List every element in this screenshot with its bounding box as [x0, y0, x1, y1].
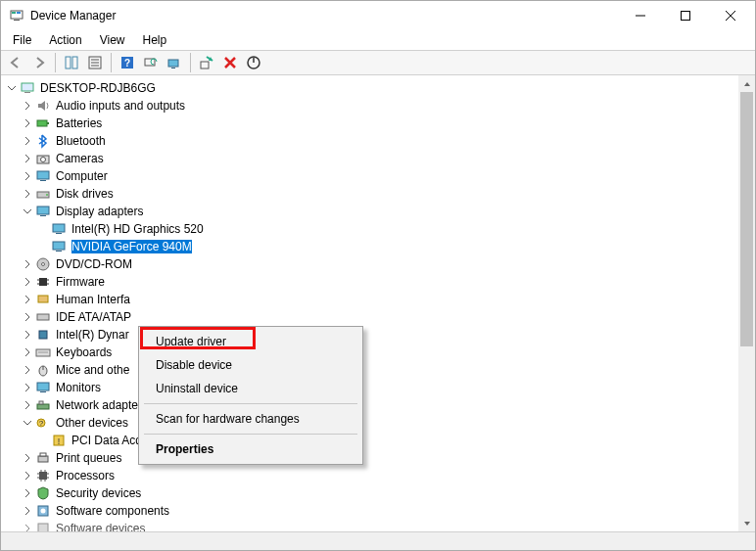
scroll-down-button[interactable]	[738, 515, 755, 531]
ctx-uninstall-device[interactable]: Uninstall device	[142, 377, 359, 400]
expand-icon[interactable]	[21, 257, 34, 271]
tree-item-audio[interactable]: Audio inputs and outputs	[1, 97, 755, 115]
tree-item-diskdrives[interactable]: Disk drives	[1, 185, 755, 203]
tree-item-swcomponents[interactable]: Software components	[1, 502, 755, 520]
svg-rect-5	[682, 12, 690, 21]
properties-icon[interactable]	[84, 52, 106, 73]
tree-item-hid[interactable]: Human Interfa	[1, 291, 755, 308]
tree-item-firmware[interactable]: Firmware	[1, 273, 755, 291]
tree-label: Monitors	[56, 381, 101, 394]
dvd-icon	[34, 256, 52, 272]
forward-button[interactable]	[28, 52, 50, 73]
tree-item-ide[interactable]: IDE ATA/ATAP	[1, 308, 755, 326]
collapse-icon[interactable]	[21, 416, 34, 430]
svg-rect-51	[37, 383, 49, 390]
ctx-update-driver[interactable]: Update driver	[142, 330, 359, 353]
scroll-up-button[interactable]	[738, 75, 755, 92]
tree-item-network[interactable]: Network adapters	[1, 396, 755, 414]
expand-icon[interactable]	[21, 345, 34, 359]
menu-view[interactable]: View	[92, 31, 133, 49]
ctx-separator	[144, 403, 357, 404]
expand-icon[interactable]	[21, 99, 34, 113]
expand-icon[interactable]	[21, 451, 34, 465]
tree-label: Cameras	[56, 152, 104, 165]
tree-item-intel-dynamic[interactable]: Intel(R) Dynar	[1, 326, 755, 344]
expand-icon[interactable]	[21, 134, 34, 148]
expand-icon[interactable]	[21, 504, 34, 518]
network-icon	[34, 397, 52, 413]
tree-item-pci-controller[interactable]: !PCI Data Acquisition and Signal Process…	[1, 432, 755, 449]
back-button[interactable]	[5, 52, 26, 73]
other-devices-icon: ?	[34, 415, 52, 431]
expand-icon[interactable]	[21, 275, 34, 289]
tree-item-swdevices[interactable]: Software devices	[1, 520, 755, 531]
expand-icon[interactable]	[21, 293, 34, 306]
tree-item-nvidia-geforce[interactable]: NVIDIA GeForce 940M	[1, 238, 755, 255]
expand-icon[interactable]	[21, 310, 34, 324]
expand-icon[interactable]	[21, 152, 34, 165]
tree-item-printqueues[interactable]: Print queues	[1, 449, 755, 467]
device-tree[interactable]: DESKTOP-RDJB6GG Audio inputs and outputs…	[1, 75, 755, 531]
svg-rect-1	[14, 20, 20, 21]
minimize-button[interactable]	[618, 1, 663, 30]
svg-rect-9	[72, 57, 77, 69]
tree-label: Intel(R) HD Graphics 520	[71, 222, 204, 236]
svg-rect-72	[38, 524, 48, 531]
close-button[interactable]	[708, 1, 753, 30]
tree-item-mice[interactable]: Mice and othe	[1, 361, 755, 379]
expand-icon[interactable]	[21, 169, 34, 183]
expand-icon[interactable]	[21, 398, 34, 412]
tree-item-bluetooth[interactable]: Bluetooth	[1, 132, 755, 150]
app-icon	[9, 8, 24, 23]
tree-root[interactable]: DESKTOP-RDJB6GG	[1, 79, 755, 97]
uninstall-device-icon[interactable]	[196, 52, 217, 73]
display-adapter-icon	[34, 204, 52, 219]
scan-hardware-icon[interactable]	[140, 52, 162, 73]
tree-item-monitors[interactable]: Monitors	[1, 379, 755, 396]
scroll-thumb[interactable]	[740, 92, 753, 346]
svg-rect-23	[37, 120, 47, 126]
tree-label: Batteries	[56, 116, 102, 130]
maximize-button[interactable]	[663, 1, 708, 30]
collapse-icon[interactable]	[5, 81, 19, 95]
ctx-disable-device[interactable]: Disable device	[142, 353, 359, 377]
expand-icon[interactable]	[21, 363, 34, 377]
enable-device-icon[interactable]	[243, 52, 264, 73]
update-driver-icon[interactable]	[164, 52, 185, 73]
tree-item-keyboards[interactable]: Keyboards	[1, 344, 755, 361]
help-icon[interactable]: ?	[117, 52, 138, 73]
menu-file[interactable]: File	[5, 31, 39, 49]
disable-device-icon[interactable]	[219, 52, 241, 73]
ctx-scan-hardware[interactable]: Scan for hardware changes	[142, 407, 359, 431]
menu-action[interactable]: Action	[41, 31, 89, 49]
show-hide-console-tree-icon[interactable]	[61, 52, 82, 73]
expand-icon[interactable]	[21, 522, 34, 531]
tree-item-intel-hd-graphics[interactable]: Intel(R) HD Graphics 520	[1, 220, 755, 238]
tree-item-other-devices[interactable]: ?Other devices	[1, 414, 755, 432]
tree-item-security[interactable]: Security devices	[1, 484, 755, 502]
expand-icon[interactable]	[21, 116, 34, 130]
vertical-scrollbar[interactable]	[738, 75, 755, 531]
expand-icon[interactable]	[21, 328, 34, 342]
tree-item-dvd[interactable]: DVD/CD-ROM	[1, 255, 755, 273]
tree-item-display-adapters[interactable]: Display adapters	[1, 203, 755, 220]
expand-icon[interactable]	[21, 469, 34, 482]
tree-item-batteries[interactable]: Batteries	[1, 115, 755, 132]
expand-icon[interactable]	[21, 187, 34, 201]
tree-item-computer[interactable]: Computer	[1, 167, 755, 185]
battery-icon	[34, 115, 52, 131]
svg-rect-2	[12, 12, 16, 14]
collapse-icon[interactable]	[21, 205, 34, 218]
tree-item-processors[interactable]: Processors	[1, 467, 755, 484]
tree-label: IDE ATA/ATAP	[56, 310, 131, 324]
ctx-properties[interactable]: Properties	[142, 437, 359, 461]
tree-item-cameras[interactable]: Cameras	[1, 150, 755, 167]
hid-icon	[34, 292, 52, 307]
svg-rect-46	[39, 331, 47, 339]
expand-icon[interactable]	[21, 381, 34, 394]
menu-help[interactable]: Help	[135, 31, 175, 49]
expand-icon[interactable]	[21, 486, 34, 500]
keyboard-icon	[34, 344, 52, 360]
tree-label: Keyboards	[56, 345, 112, 359]
tree-panel: DESKTOP-RDJB6GG Audio inputs and outputs…	[1, 75, 755, 532]
